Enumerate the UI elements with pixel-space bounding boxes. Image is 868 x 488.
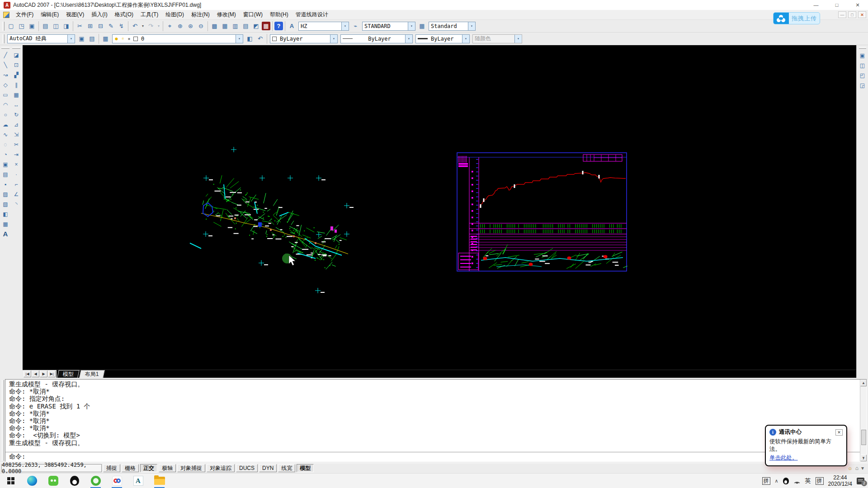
menu-item-0[interactable]: 文件(F) [12, 9, 37, 20]
layer-sun-icon[interactable]: ☼ [120, 36, 125, 41]
block-editor-icon[interactable]: ◩ [251, 21, 261, 31]
workspace-combo[interactable]: AutoCAD 经典▾ [7, 34, 75, 43]
command-input-row[interactable]: 命令: [5, 452, 860, 461]
menu-item-10[interactable]: 帮助(H) [266, 9, 292, 20]
zoom-previous-icon[interactable]: ⊖ [196, 21, 206, 31]
drawing-canvas[interactable] [23, 45, 856, 370]
quick-calc-icon[interactable]: ↯ [117, 21, 126, 31]
open-icon[interactable]: ◳ [17, 21, 26, 31]
mdi-restore-button[interactable]: □ [848, 11, 856, 18]
linetype-combo[interactable]: ByLayer▾ [340, 34, 413, 43]
help-icon[interactable]: ? [274, 22, 283, 30]
tab-模型[interactable]: 模型 [57, 370, 80, 378]
construction-line-icon[interactable]: ╲ [1, 60, 10, 70]
lineweight-combo[interactable]: ByLayer▾ [415, 34, 470, 43]
erase-icon[interactable]: ◪ [12, 50, 21, 60]
netdisk-upload-button[interactable]: 拖拽上传 [773, 12, 820, 24]
next-tab-icon[interactable]: ▶ [40, 371, 47, 377]
menu-item-2[interactable]: 视图(V) [62, 9, 88, 20]
tab-布局1[interactable]: 布局1 [79, 370, 104, 378]
table-style-icon[interactable]: ▦ [417, 21, 427, 31]
toolbar-grip[interactable] [2, 22, 5, 31]
scale-icon[interactable]: ⊿ [12, 120, 21, 129]
taskbar-app-autocad[interactable]: A [127, 474, 149, 488]
dim-style-combo[interactable]: STANDARD▾ [362, 22, 415, 31]
menu-item-6[interactable]: 绘图(D) [162, 9, 188, 20]
tool-palettes-icon[interactable]: ▦ [220, 21, 230, 31]
menu-item-3[interactable]: 插入(I) [88, 9, 111, 20]
status-toggle-模型[interactable]: 模型 [297, 464, 314, 472]
named-views-icon[interactable]: ▣ [858, 51, 867, 60]
layer-bulb-icon[interactable]: ● [114, 36, 119, 41]
new-icon[interactable]: ▢ [6, 21, 16, 31]
mirror-icon[interactable]: ▞ [12, 70, 21, 80]
popup-close-icon[interactable]: ✕ [835, 429, 843, 436]
rotate-icon[interactable]: ↻ [12, 110, 21, 119]
menu-item-11[interactable]: 管道线路设计 [292, 9, 332, 20]
menu-item-8[interactable]: 修改(M) [213, 9, 240, 20]
ellipse-arc-icon[interactable]: ◔ [1, 150, 10, 159]
insert-block-icon[interactable]: ▣ [1, 160, 10, 169]
status-toggle-对象捕捉[interactable]: 对象捕捉 [177, 464, 205, 472]
status-toggle-对象追踪[interactable]: 对象追踪 [207, 464, 235, 472]
mtext-icon[interactable]: A [1, 229, 10, 239]
point-icon[interactable]: ▪ [1, 179, 10, 189]
taskbar-app-edge[interactable] [21, 474, 42, 488]
menu-item-1[interactable]: 编辑(E) [37, 9, 62, 20]
stretch-icon[interactable]: ⇲ [12, 130, 21, 139]
layer-manager-icon[interactable]: ▦ [101, 34, 110, 43]
network-signal-icon[interactable] [793, 478, 801, 484]
layer-previous-icon[interactable]: ↶ [255, 34, 265, 43]
last-tab-icon[interactable]: ▶| [48, 371, 56, 377]
maximize-button[interactable]: □ [826, 0, 847, 10]
comm-center-icon[interactable]: ☼ [848, 465, 853, 471]
menu-item-5[interactable]: 工具(T) [137, 9, 162, 20]
notification-center-icon[interactable]: 2 [857, 478, 864, 484]
status-toggle-极轴[interactable]: 极轴 [159, 464, 176, 472]
make-object-layer-icon[interactable]: ◧ [245, 34, 255, 43]
viewport-single-icon[interactable]: ◫ [858, 61, 867, 70]
workspace-save-icon[interactable]: ▤ [87, 34, 97, 43]
close-button[interactable]: ✕ [847, 0, 868, 10]
popup-link[interactable]: 单击此处。 [769, 454, 798, 462]
taskbar-app-rings-app[interactable] [106, 474, 127, 488]
join-icon[interactable]: ⌐ [12, 179, 21, 189]
undo-arrow-icon[interactable]: ▾ [141, 21, 145, 31]
gradient-icon[interactable]: ▧ [1, 199, 10, 209]
sheet-set-icon[interactable]: ▥ [231, 21, 240, 31]
rectangle-icon[interactable]: ▭ [1, 90, 10, 99]
zoom-window-icon[interactable]: ⊛ [186, 21, 195, 31]
first-tab-icon[interactable]: |◀ [24, 371, 31, 377]
layer-combo[interactable]: ● ☼ ▪ 0 ▾ [112, 34, 243, 43]
menu-item-9[interactable]: 窗口(W) [240, 9, 266, 20]
array-icon[interactable]: ▦ [12, 90, 21, 99]
ime-pinyin-badge-2[interactable]: 拼 [816, 477, 824, 485]
table-style-combo[interactable]: Standard▾ [429, 22, 476, 31]
chamfer-icon[interactable]: ∠ [12, 189, 21, 199]
move-icon[interactable]: ↔ [12, 100, 21, 109]
ime-pinyin-badge[interactable]: 拼 [762, 477, 770, 485]
copy-object-icon[interactable]: ⊡ [12, 60, 21, 70]
zoom-realtime-icon[interactable]: ⊕ [175, 21, 185, 31]
polygon-icon[interactable]: ◇ [1, 80, 10, 89]
offset-icon[interactable]: ∥ [12, 80, 21, 89]
viewport-poly-icon[interactable]: ◰ [858, 70, 867, 80]
dim-style-icon[interactable]: ⌁ [351, 21, 360, 31]
ellipse-icon[interactable]: ◌ [1, 140, 10, 149]
fillet-icon[interactable]: ◝ [12, 199, 21, 209]
prev-tab-icon[interactable]: ◀ [32, 371, 39, 377]
redo-icon[interactable]: ↷ [146, 21, 156, 31]
publish-icon[interactable]: ◨ [61, 21, 71, 31]
arc-icon[interactable]: ◠ [1, 100, 10, 109]
command-scrollbar[interactable]: ▲ ▼ [860, 380, 867, 461]
plot-preview-icon[interactable]: ◫ [51, 21, 61, 31]
spline-icon[interactable]: ∿ [1, 130, 10, 139]
markup-icon[interactable]: ▤ [241, 21, 250, 31]
scrollbar-thumb[interactable] [861, 430, 866, 445]
copy-icon[interactable]: ⊞ [85, 21, 95, 31]
scroll-up-icon[interactable]: ▲ [860, 380, 867, 386]
menu-item-7[interactable]: 标注(N) [188, 9, 213, 20]
line-icon[interactable]: ╱ [1, 50, 10, 60]
region-icon[interactable]: ◧ [1, 209, 10, 219]
layer-lock-icon[interactable]: ▪ [127, 36, 132, 41]
